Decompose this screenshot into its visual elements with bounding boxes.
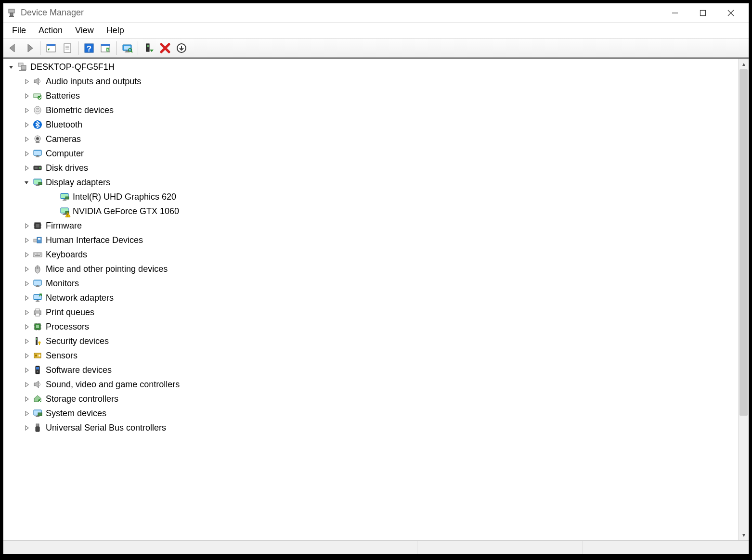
chevron-right-icon[interactable] [22, 382, 31, 387]
chevron-right-icon[interactable] [22, 295, 31, 301]
svg-rect-29 [19, 70, 26, 71]
chevron-right-icon[interactable] [22, 310, 31, 315]
svg-rect-54 [65, 197, 69, 199]
tree-node-label: NVIDIA GeForce GTX 1060 [73, 206, 179, 216]
chevron-right-icon[interactable] [22, 165, 31, 171]
svg-rect-4 [700, 10, 706, 15]
tree-node-label: Intel(R) UHD Graphics 620 [73, 192, 176, 202]
action-pane-button[interactable] [98, 40, 113, 56]
chevron-right-icon[interactable] [22, 122, 31, 127]
vertical-scrollbar[interactable]: ▴ ▾ [738, 59, 749, 540]
tree-node-label: Biometric devices [46, 105, 114, 115]
chevron-right-icon[interactable] [22, 137, 31, 142]
tree-category-node[interactable]: Software devices [3, 363, 738, 377]
tree-category-node[interactable]: Network adapters [3, 291, 738, 305]
chevron-down-icon[interactable] [6, 64, 16, 70]
svg-rect-118 [36, 416, 39, 417]
tree-category-node[interactable]: Computer [3, 146, 738, 161]
titlebar[interactable]: Device Manager [3, 3, 749, 23]
tree-category-node[interactable]: Batteries [3, 89, 738, 103]
chevron-right-icon[interactable] [22, 238, 31, 243]
tree-category-node[interactable]: Monitors [3, 276, 738, 291]
chevron-right-icon[interactable] [22, 252, 31, 257]
chevron-right-icon[interactable] [22, 267, 31, 272]
chevron-right-icon[interactable] [22, 411, 31, 416]
tree-category-node[interactable]: Firmware [3, 218, 738, 233]
scroll-down-button[interactable]: ▾ [739, 530, 749, 540]
menu-view[interactable]: View [69, 24, 100, 38]
close-button[interactable] [717, 3, 745, 23]
tree-node-label: DESKTOP-QFG5F1H [30, 62, 115, 72]
window-title: Device Manager [21, 8, 661, 18]
device-tree[interactable]: DESKTOP-QFG5F1HAudio inputs and outputsB… [3, 59, 738, 540]
tree-device-node[interactable]: NVIDIA GeForce GTX 1060 [3, 204, 738, 218]
tree-category-node[interactable]: Audio inputs and outputs [3, 74, 738, 89]
menu-action[interactable]: Action [33, 24, 68, 38]
disable-device-button[interactable] [157, 40, 173, 56]
uninstall-device-button[interactable] [174, 40, 189, 56]
tree-device-node[interactable]: Intel(R) UHD Graphics 620 [3, 190, 738, 204]
tree-category-node[interactable]: Sound, video and game controllers [3, 377, 738, 392]
chevron-right-icon[interactable] [22, 108, 31, 113]
hid-icon [32, 235, 43, 245]
svg-rect-8 [47, 44, 55, 46]
tree-category-node[interactable]: Print queues [3, 305, 738, 319]
svg-rect-73 [33, 253, 42, 257]
properties-button[interactable] [60, 40, 75, 56]
chevron-down-icon[interactable] [22, 180, 31, 185]
tree-node-label: Firmware [46, 221, 82, 231]
tree-category-node[interactable]: System devices [3, 406, 738, 420]
svg-rect-52 [64, 199, 65, 200]
minimize-button[interactable] [661, 3, 689, 23]
back-button[interactable] [5, 40, 21, 56]
chevron-right-icon[interactable] [22, 324, 31, 330]
enable-device-button[interactable] [141, 40, 156, 56]
svg-rect-79 [35, 255, 40, 256]
tree-node-label: Disk drives [46, 163, 88, 173]
chevron-right-icon[interactable] [22, 396, 31, 402]
svg-rect-71 [37, 237, 41, 243]
tree-category-node[interactable]: Mice and other pointing devices [3, 262, 738, 276]
svg-rect-93 [36, 313, 39, 316]
tree-category-node[interactable]: Disk drives [3, 161, 738, 175]
tree-category-node[interactable]: Human Interface Devices [3, 233, 738, 247]
chevron-right-icon[interactable] [22, 223, 31, 229]
chevron-right-icon[interactable] [22, 368, 31, 373]
forward-button[interactable] [22, 40, 37, 56]
warning-overlay-icon [65, 212, 71, 217]
usb-icon [32, 422, 43, 433]
tree-category-node[interactable]: Security devices [3, 334, 738, 348]
chevron-right-icon[interactable] [22, 425, 31, 431]
svg-rect-61 [67, 216, 68, 216]
svg-rect-86 [36, 286, 39, 287]
tree-category-node[interactable]: Biometric devices [3, 103, 738, 117]
chevron-right-icon[interactable] [22, 151, 31, 156]
tree-category-node[interactable]: Keyboards [3, 247, 738, 262]
chevron-right-icon[interactable] [22, 281, 31, 286]
chevron-right-icon[interactable] [22, 353, 31, 358]
tree-category-node[interactable]: Processors [3, 319, 738, 334]
maximize-button[interactable] [689, 3, 717, 23]
chevron-right-icon[interactable] [22, 339, 31, 344]
scan-hardware-button[interactable] [119, 40, 135, 56]
tree-category-node[interactable]: Storage controllers [3, 392, 738, 406]
network-icon [32, 293, 43, 303]
scroll-thumb[interactable] [739, 69, 748, 416]
chip-icon [32, 220, 43, 231]
tree-root-node[interactable]: DESKTOP-QFG5F1H [3, 60, 738, 74]
tree-node-label: System devices [46, 408, 106, 419]
tree-category-node[interactable]: Display adapters [3, 175, 738, 190]
tree-node-label: Storage controllers [46, 394, 118, 404]
help-button[interactable]: ? [81, 40, 97, 56]
tree-category-node[interactable]: Universal Serial Bus controllers [3, 420, 738, 435]
statusbar [3, 540, 749, 554]
tree-category-node[interactable]: Cameras [3, 132, 738, 146]
menu-file[interactable]: File [6, 24, 32, 38]
chevron-right-icon[interactable] [22, 93, 31, 99]
tree-category-node[interactable]: Bluetooth [3, 117, 738, 132]
show-hidden-button[interactable] [43, 40, 59, 56]
chevron-right-icon[interactable] [22, 79, 31, 84]
scroll-up-button[interactable]: ▴ [739, 59, 749, 69]
menu-help[interactable]: Help [101, 24, 130, 38]
tree-category-node[interactable]: Sensors [3, 348, 738, 363]
